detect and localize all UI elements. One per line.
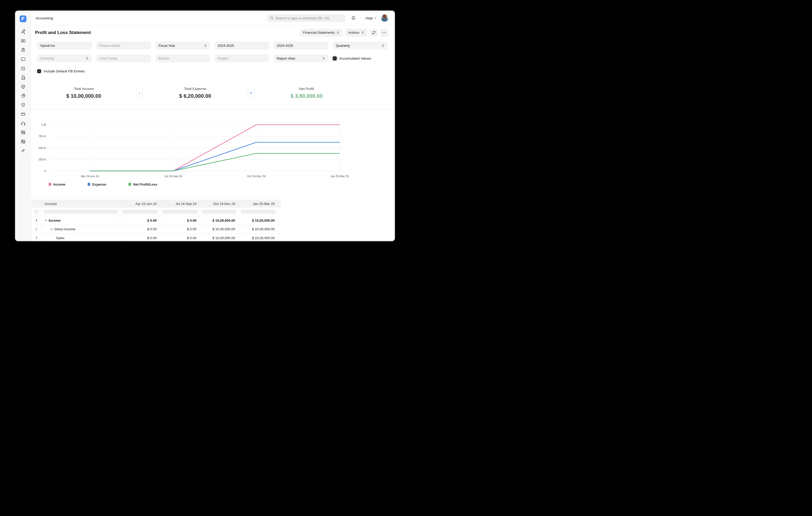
currency-select[interactable]: Currency (37, 54, 92, 62)
x-tick-label: Apr 24-Jun 24 (81, 175, 99, 178)
end-year-input[interactable]: 2024-2025 (273, 41, 328, 50)
screen-background: Accounting Search or type a command (⌘ +… (0, 0, 406, 258)
cost-center-input[interactable]: Cost Center (96, 54, 151, 62)
header-account[interactable]: Account (41, 200, 120, 208)
legend-item-net-profit-loss: Net Profit/Loss (128, 182, 157, 186)
period-3-filter-input[interactable] (202, 210, 236, 214)
header-period-1[interactable]: Apr 24-Jun 24 (120, 200, 160, 208)
help-label: Help (366, 16, 373, 20)
sidebar-nav (18, 29, 28, 153)
table-row-sales[interactable]: 3Sales$ 0.00$ 0.00$ 10,00,000.00$ 10,00,… (32, 234, 281, 241)
legend-label: Income (53, 182, 65, 186)
sidebar-item-plug[interactable] (18, 148, 28, 153)
legend-swatch (49, 183, 51, 186)
chevron-down-icon[interactable] (50, 228, 53, 231)
start-year-input[interactable]: 2024-2025 (214, 41, 269, 50)
account-name: Direct Income (54, 227, 75, 231)
app-window: Accounting Search or type a command (⌘ +… (15, 10, 395, 241)
sidebar-item-toggles-2[interactable] (18, 139, 28, 144)
chevron-down-icon[interactable] (45, 219, 47, 222)
notifications-button[interactable] (351, 16, 356, 20)
search-icon (270, 16, 273, 20)
select-updown-icon (322, 57, 325, 60)
breadcrumb: Accounting (36, 16, 53, 20)
accumulated-values-checkbox[interactable]: ✓Accumulated Values (333, 54, 387, 62)
series-expense (90, 142, 340, 171)
accumulated-values-label: Accumulated Values (339, 57, 371, 60)
help-menu[interactable]: Help (366, 16, 377, 20)
header-period-4[interactable]: Jan 25-Mar 25 (239, 200, 278, 208)
user-avatar[interactable] (381, 14, 388, 22)
summary-value: $ 3,80,000.00 (254, 93, 359, 99)
period-2-filter-input[interactable] (162, 210, 198, 214)
account-name: Income (49, 218, 61, 222)
account-filter-input[interactable] (44, 210, 118, 214)
sidebar-item-pie-chart[interactable] (18, 93, 28, 98)
table-header-row: AccountApr 24-Jun 24Jul 24-Sep 24Oct 24-… (32, 200, 281, 208)
financial-statements-label: Financial Statements (303, 31, 335, 34)
sidebar-item-shopping-bag[interactable] (18, 66, 28, 71)
account-cell[interactable]: Sales (41, 234, 120, 241)
plug-icon (21, 148, 26, 153)
finance-book-placeholder: Finance Book (99, 44, 120, 48)
x-tick-label: Oct 24-Dec 24 (247, 175, 266, 178)
sidebar-item-tools[interactable] (18, 29, 28, 34)
actions-label: Actions (348, 31, 359, 34)
sidebar-item-money[interactable] (18, 38, 28, 43)
amount-cell: $ 10,00,000.00 (200, 216, 239, 225)
include-default-fb-checkbox[interactable]: ✓ Include Default FB Entries (37, 69, 85, 73)
sidebar-item-folder[interactable] (18, 111, 28, 117)
app-logo-icon[interactable] (20, 16, 26, 22)
filter-based-on-value: Fiscal Year (158, 44, 175, 48)
periodicity-select[interactable]: Quarterly (333, 41, 387, 50)
summary-total-income: Total Income$ 10,00,000.00 (31, 87, 136, 99)
legend-swatch (128, 183, 131, 186)
legend-item-income: Income (49, 182, 65, 186)
sidebar-item-toggles[interactable] (18, 130, 28, 135)
period-1-filter-input[interactable] (122, 210, 158, 214)
row-number: 3 (32, 234, 41, 241)
finance-book-input[interactable]: Finance Book (96, 41, 151, 50)
ellipsis-icon: ··· (382, 30, 387, 35)
period-4-filter-input[interactable] (241, 210, 276, 214)
filter-based-on-select[interactable]: Fiscal Year (155, 41, 210, 50)
sidebar-item-building[interactable] (18, 75, 28, 80)
header-period-3[interactable]: Oct 24-Dec 24 (200, 200, 239, 208)
branch-placeholder: Branch (158, 57, 169, 60)
search-placeholder: Search or type a command (⌘ + K) (276, 16, 329, 20)
line-chart: 0250 K500 K750 K1 MApr 24-Jun 24Jul 24-S… (31, 118, 395, 179)
account-cell[interactable]: Income (41, 216, 120, 225)
rownum-filter-input[interactable] (34, 210, 39, 214)
company-input[interactable]: Spindl Inc (37, 41, 92, 50)
project-input[interactable]: Project (214, 54, 269, 62)
financial-statements-dropdown[interactable]: Financial Statements (300, 29, 342, 37)
header-rownum (32, 200, 41, 208)
branch-input[interactable]: Branch (155, 54, 210, 62)
topbar-divider (360, 15, 361, 21)
summary-total-expense: Total Expense$ 6,20,000.00 (143, 87, 248, 99)
sidebar-item-cash-drawer[interactable] (18, 47, 28, 53)
sidebar-item-package[interactable] (18, 84, 28, 89)
actions-dropdown[interactable]: Actions (345, 29, 367, 37)
more-options-button[interactable]: ··· (380, 29, 388, 37)
chart-legend: IncomeExpenseNet Profit/Loss (49, 182, 395, 187)
search-input[interactable]: Search or type a command (⌘ + K) (267, 14, 345, 22)
shopping-bag-icon (21, 66, 26, 71)
refresh-button[interactable] (370, 29, 378, 37)
header-period-2[interactable]: Jul 24-Sep 24 (160, 200, 200, 208)
sidebar-item-headset[interactable] (18, 121, 28, 126)
summary-value: $ 10,00,000.00 (31, 93, 136, 99)
refresh-icon (372, 31, 376, 34)
legend-item-expense: Expense (88, 182, 106, 186)
table-row-direct-income[interactable]: 2Direct Income$ 0.00$ 0.00$ 10,00,000.00… (32, 225, 281, 234)
main-area: Accounting Search or type a command (⌘ +… (31, 11, 395, 241)
credit-card-icon (21, 57, 26, 62)
headset-icon (21, 121, 26, 126)
filter-row-1: Spindl IncFinance BookFiscal Year2024-20… (37, 41, 388, 50)
sidebar-item-credit-card[interactable] (18, 57, 28, 62)
account-cell[interactable]: Direct Income (41, 225, 120, 234)
report-view-select[interactable]: Report View (273, 54, 328, 62)
package-icon (21, 84, 26, 89)
sidebar-item-shield-check[interactable] (18, 102, 28, 108)
table-row-income[interactable]: 1Income$ 0.00$ 0.00$ 10,00,000.00$ 10,00… (32, 216, 281, 225)
